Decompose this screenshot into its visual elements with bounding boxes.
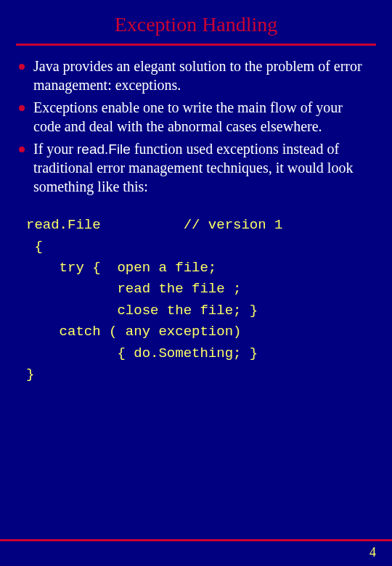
bullet-list: Java provides an elegant solution to the… (16, 57, 376, 196)
code-line: catch ( any exception) (26, 324, 241, 340)
code-line: close the file; } (26, 303, 258, 319)
footer-divider (0, 539, 392, 541)
code-line: read.File // version 1 (26, 217, 282, 233)
bullet-icon (19, 64, 25, 70)
code-line: { (26, 239, 43, 255)
slide: Exception Handling Java provides an eleg… (0, 0, 392, 566)
code-block: read.File // version 1 { try { open a fi… (26, 215, 376, 386)
code-line: } (26, 366, 34, 382)
title-divider (16, 44, 376, 46)
bullet-icon (19, 105, 25, 111)
bullet-icon (19, 147, 25, 152)
bullet-text-pre: If your (33, 141, 77, 157)
code-line: { do.Something; } (26, 345, 258, 361)
bullet-item: Java provides an elegant solution to the… (17, 57, 372, 94)
code-line: read the file ; (26, 281, 241, 297)
bullet-text: Exceptions enable one to write the main … (33, 99, 343, 134)
bullet-text-fn: read.File (77, 142, 131, 157)
bullet-item: Exceptions enable one to write the main … (17, 99, 372, 136)
bullet-text: Java provides an elegant solution to the… (33, 58, 362, 93)
page-title: Exception Handling (16, 13, 376, 36)
code-line: try { open a file; (26, 260, 216, 276)
page-number: 4 (369, 545, 376, 560)
bullet-item: If your read.File function used exceptio… (17, 140, 372, 196)
